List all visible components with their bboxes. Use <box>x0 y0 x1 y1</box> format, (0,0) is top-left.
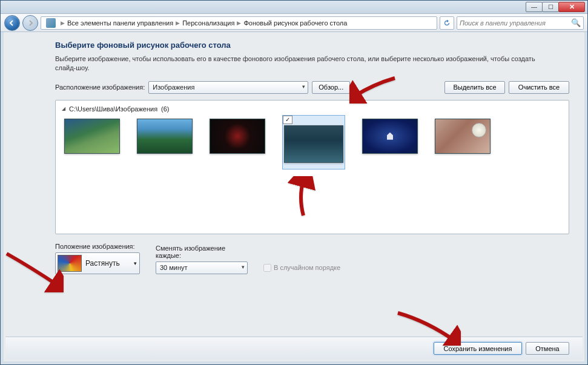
search-icon: 🔍 <box>571 18 581 27</box>
position-preview-icon <box>58 255 82 272</box>
location-combo[interactable]: Изображения <box>148 81 308 94</box>
position-label: Положение изображения: <box>55 243 140 250</box>
content-pane: Выберите фоновый рисунок рабочего стола … <box>1 32 587 338</box>
folder-header[interactable]: ◢ C:\Users\Шива\Изображения (6) <box>62 105 563 113</box>
shuffle-input[interactable] <box>263 264 271 272</box>
back-button[interactable] <box>4 15 20 31</box>
minimize-button[interactable]: — <box>526 2 543 12</box>
refresh-button[interactable] <box>440 16 454 30</box>
search-box[interactable]: 🔍 <box>457 16 584 30</box>
page-title: Выберите фоновый рисунок рабочего стола <box>55 41 569 50</box>
nav-bar: ▶ Все элементы панели управления ▶ Персо… <box>1 14 587 32</box>
forward-button[interactable] <box>22 15 38 31</box>
shuffle-checkbox[interactable]: В случайном порядке <box>263 264 340 272</box>
chevron-right-icon: ▶ <box>237 20 241 26</box>
control-panel-icon <box>46 18 56 28</box>
position-combo[interactable]: Растянуть <box>55 252 140 274</box>
thumbnail-item[interactable] <box>435 119 491 173</box>
thumbnail-item-selected[interactable]: ✓ <box>282 115 345 169</box>
footer-bar: Сохранить изменения Отмена <box>5 337 583 360</box>
thumbnail-item[interactable] <box>137 119 193 173</box>
select-all-button[interactable]: Выделить все <box>444 81 505 94</box>
gallery-frame: ◢ C:\Users\Шива\Изображения (6) ✓ <box>55 100 569 234</box>
breadcrumb[interactable]: ▶ Все элементы панели управления ▶ Персо… <box>41 16 437 30</box>
location-label: Расположение изображения: <box>55 84 145 91</box>
folder-path: C:\Users\Шива\Изображения <box>69 105 157 113</box>
thumbnail-checkbox[interactable]: ✓ <box>283 116 292 124</box>
save-button[interactable]: Сохранить изменения <box>434 342 522 355</box>
clear-all-button[interactable]: Очистить все <box>509 81 569 94</box>
thumbnail-item[interactable] <box>362 119 418 173</box>
window-frame: — ☐ ✕ ▶ Все элементы панели управления ▶… <box>0 0 588 365</box>
cancel-button[interactable]: Отмена <box>526 342 569 355</box>
search-input[interactable] <box>460 19 571 27</box>
browse-button[interactable]: Обзор... <box>312 81 350 94</box>
breadcrumb-item[interactable]: Фоновый рисунок рабочего стола <box>243 19 347 27</box>
location-row: Расположение изображения: Изображения Об… <box>55 81 569 94</box>
interval-combo[interactable]: 30 минут <box>156 261 248 274</box>
thumbnail-item[interactable] <box>210 119 265 173</box>
thumbnails-row: ✓ <box>62 117 563 174</box>
thumbnail-item[interactable] <box>64 119 120 173</box>
collapse-icon: ◢ <box>62 106 65 111</box>
breadcrumb-item[interactable]: Персонализация <box>182 19 234 27</box>
options-row: Положение изображения: Растянуть Сменять… <box>55 243 569 274</box>
interval-label: Сменять изображение каждые: <box>156 245 240 259</box>
close-button[interactable]: ✕ <box>558 2 585 12</box>
chevron-right-icon: ▶ <box>176 20 180 26</box>
titlebar: — ☐ ✕ <box>1 1 587 14</box>
page-description: Выберите изображение, чтобы использовать… <box>55 54 552 73</box>
breadcrumb-item[interactable]: Все элементы панели управления <box>67 19 173 27</box>
folder-count: (6) <box>161 105 169 113</box>
chevron-right-icon: ▶ <box>61 20 65 26</box>
maximize-button[interactable]: ☐ <box>542 2 559 12</box>
